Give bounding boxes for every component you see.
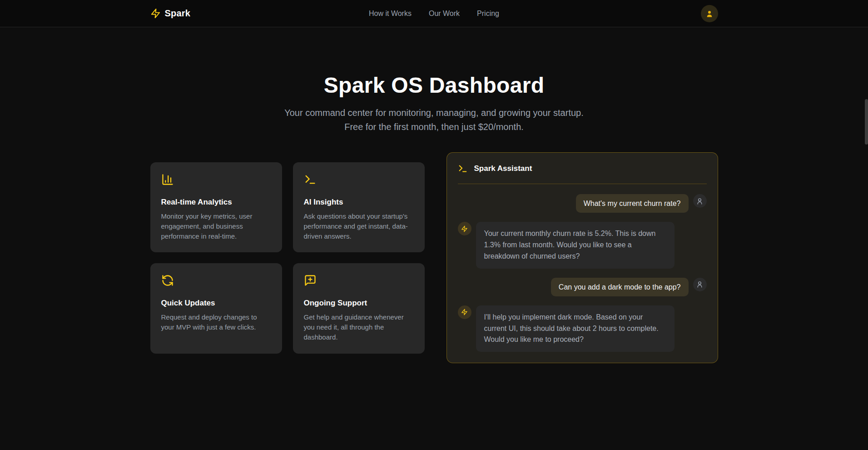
feature-description: Monitor your key metrics, user engagemen… bbox=[161, 211, 271, 242]
hero-section: Spark OS Dashboard Your command center f… bbox=[150, 27, 718, 134]
bar-chart-icon bbox=[161, 173, 271, 188]
zap-icon bbox=[150, 8, 161, 19]
user-icon bbox=[705, 10, 714, 18]
refresh-icon bbox=[161, 274, 271, 289]
page-scrollbar-thumb[interactable] bbox=[865, 99, 868, 145]
feature-title: Real-time Analytics bbox=[161, 198, 271, 207]
brand-name: Spark bbox=[165, 8, 191, 19]
main-section: Real-time Analytics Monitor your key met… bbox=[150, 152, 718, 363]
feature-card-ongoing-support: Ongoing Support Get help and guidance wh… bbox=[293, 263, 425, 354]
feature-card-quick-updates: Quick Updates Request and deploy changes… bbox=[150, 263, 282, 354]
user-icon bbox=[696, 280, 704, 288]
zap-icon bbox=[461, 309, 468, 315]
chat-message-assistant: I'll help you implement dark mode. Based… bbox=[458, 305, 707, 352]
chat-messages: What's my current churn rate? Your curre… bbox=[458, 184, 707, 352]
zap-icon bbox=[461, 225, 468, 232]
assistant-avatar bbox=[458, 222, 471, 235]
terminal-icon bbox=[304, 173, 414, 188]
assistant-message-bubble: I'll help you implement dark mode. Based… bbox=[476, 305, 675, 352]
user-message-bubble: What's my current churn rate? bbox=[576, 194, 689, 213]
message-square-plus-icon bbox=[304, 274, 414, 289]
feature-card-real-time-analytics: Real-time Analytics Monitor your key met… bbox=[150, 162, 282, 253]
user-avatar bbox=[693, 194, 707, 208]
feature-description: Ask questions about your startup's perfo… bbox=[304, 211, 414, 242]
feature-description: Request and deploy changes to your MVP w… bbox=[161, 312, 271, 332]
chat-message-user: Can you add a dark mode to the app? bbox=[458, 278, 707, 296]
terminal-icon bbox=[458, 164, 468, 174]
account-avatar-button[interactable] bbox=[701, 5, 718, 22]
page-title: Spark OS Dashboard bbox=[150, 73, 718, 98]
feature-description: Get help and guidance whenever you need … bbox=[304, 312, 414, 343]
feature-title: Ongoing Support bbox=[304, 299, 414, 308]
features-grid: Real-time Analytics Monitor your key met… bbox=[150, 162, 425, 354]
brand-logo[interactable]: Spark bbox=[150, 8, 191, 19]
nav-link-our-work[interactable]: Our Work bbox=[429, 10, 460, 18]
nav-link-how-it-works[interactable]: How it Works bbox=[369, 10, 412, 18]
user-message-bubble: Can you add a dark mode to the app? bbox=[551, 278, 689, 296]
chat-panel-header: Spark Assistant bbox=[458, 164, 707, 184]
feature-title: AI Insights bbox=[304, 198, 414, 207]
nav-link-pricing[interactable]: Pricing bbox=[477, 10, 499, 18]
feature-card-ai-insights: AI Insights Ask questions about your sta… bbox=[293, 162, 425, 253]
assistant-message-bubble: Your current monthly churn rate is 5.2%.… bbox=[476, 222, 675, 268]
feature-title: Quick Updates bbox=[161, 299, 271, 308]
chat-message-assistant: Your current monthly churn rate is 5.2%.… bbox=[458, 222, 707, 268]
chat-message-user: What's my current churn rate? bbox=[458, 194, 707, 213]
assistant-avatar bbox=[458, 305, 471, 319]
chat-panel-title: Spark Assistant bbox=[474, 164, 532, 173]
user-icon bbox=[696, 197, 704, 205]
top-navbar: Spark How it Works Our Work Pricing bbox=[0, 0, 868, 27]
nav-links: How it Works Our Work Pricing bbox=[369, 10, 499, 18]
page-subtitle: Your command center for monitoring, mana… bbox=[278, 106, 591, 134]
user-avatar bbox=[693, 278, 707, 291]
spark-assistant-panel: Spark Assistant What's my current churn … bbox=[446, 152, 718, 363]
